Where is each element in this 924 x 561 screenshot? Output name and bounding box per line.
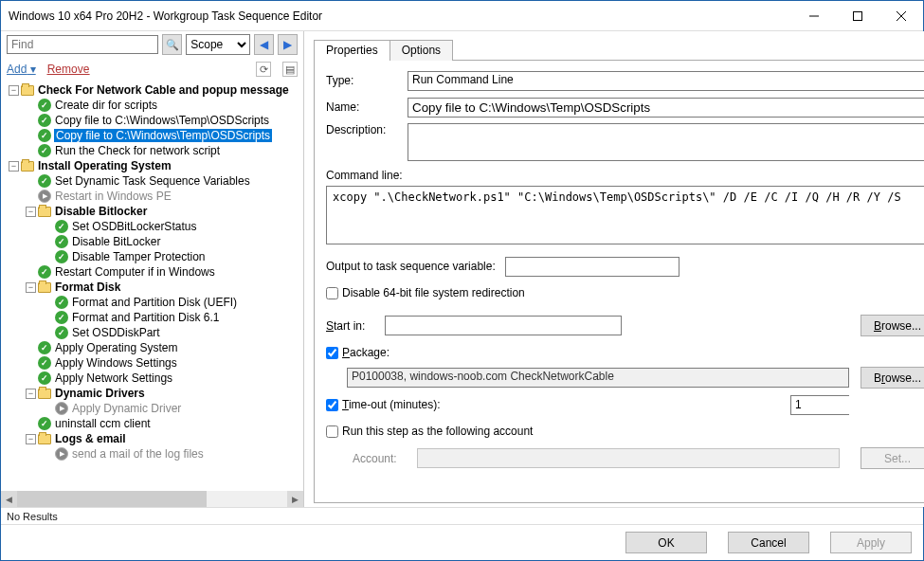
step-icon: [55, 447, 68, 461]
check-icon: [38, 417, 51, 430]
tree-node[interactable]: Apply Operating System: [1, 340, 303, 355]
remove-link[interactable]: Remove: [47, 63, 90, 76]
folder-icon: [38, 207, 51, 217]
tree-node[interactable]: Disable BitLocker: [1, 234, 303, 249]
scope-select[interactable]: Scope: [186, 34, 249, 55]
tree-node[interactable]: −Check For Network Cable and popup messa…: [1, 82, 303, 98]
ok-button[interactable]: OK: [625, 532, 707, 553]
timeout-value[interactable]: [791, 396, 924, 414]
next-button[interactable]: ▶: [278, 34, 298, 55]
arrow-right-icon: ▶: [283, 38, 292, 51]
tree-node[interactable]: Apply Windows Settings: [1, 355, 303, 371]
properties-panel: Type: Run Command Line Name: Description…: [314, 60, 924, 503]
tree-node[interactable]: uninstall ccm client: [1, 416, 303, 431]
add-link[interactable]: Add ▾: [7, 63, 36, 76]
expander-icon[interactable]: −: [26, 282, 36, 293]
tree-node[interactable]: Disable Tamper Protection: [1, 249, 303, 264]
name-label: Name:: [326, 100, 408, 114]
outputvar-field[interactable]: [505, 257, 679, 277]
tree-node[interactable]: Copy file to C:\Windows\Temp\OSDScripts: [1, 113, 303, 128]
startin-field[interactable]: [385, 316, 622, 335]
tree-node[interactable]: −Logs & email: [1, 431, 303, 446]
tool-icon-2[interactable]: ▤: [282, 62, 298, 77]
tree-node[interactable]: Format and Partition Disk (UEFI): [1, 295, 303, 310]
expander-icon: [26, 176, 36, 187]
tree-node-label: Install Operating System: [37, 159, 172, 172]
titlebar-buttons: [792, 1, 923, 30]
tree-node-label: Disable BitLocker: [71, 235, 161, 248]
step-icon: [38, 190, 51, 203]
tool-icon-1[interactable]: ⟳: [256, 62, 271, 77]
check-icon: [38, 174, 51, 188]
tree-node[interactable]: Restart Computer if in Windows: [1, 264, 303, 280]
tree-node-label: Apply Windows Settings: [54, 356, 178, 370]
tree-node[interactable]: Set OSDBitLockerStatus: [1, 219, 303, 234]
horizontal-scrollbar[interactable]: ◀ ▶: [1, 491, 303, 507]
timeout-checkbox[interactable]: [326, 399, 338, 411]
tree-node[interactable]: Set Dynamic Task Sequence Variables: [1, 173, 303, 189]
browse-package-button[interactable]: Browse...: [861, 367, 924, 389]
check-icon: [38, 144, 51, 157]
task-tree[interactable]: −Check For Network Cable and popup messa…: [1, 81, 303, 491]
package-checkbox[interactable]: [326, 347, 338, 359]
tree-node-label: Dynamic Drivers: [54, 387, 146, 400]
scroll-left-button[interactable]: ◀: [1, 491, 17, 507]
search-icon: 🔍: [166, 39, 179, 51]
maximize-button[interactable]: [836, 1, 879, 30]
tree-node[interactable]: −Install Operating System: [1, 158, 303, 173]
close-button[interactable]: [879, 1, 923, 30]
find-input[interactable]: [7, 35, 158, 54]
tree-node[interactable]: send a mail of the log files: [1, 446, 303, 461]
cancel-button[interactable]: Cancel: [728, 532, 809, 553]
scroll-thumb[interactable]: [17, 491, 207, 507]
tree-node[interactable]: Copy file to C:\Windows\Temp\OSDScripts: [1, 128, 303, 143]
name-field[interactable]: [408, 98, 924, 118]
expander-icon: [26, 267, 36, 278]
browse-startin-button[interactable]: Browse...: [861, 315, 924, 336]
disable64-checkbox[interactable]: [326, 287, 338, 299]
tree-node-label: Set OSDBitLockerStatus: [71, 220, 197, 233]
type-label: Type:: [326, 74, 408, 87]
search-button[interactable]: 🔍: [162, 34, 182, 55]
timeout-spinner[interactable]: ▲▼: [790, 395, 849, 415]
svg-rect-1: [854, 11, 862, 20]
expander-icon[interactable]: −: [9, 85, 19, 96]
account-label: Account:: [353, 452, 408, 465]
runas-checkbox[interactable]: [326, 425, 338, 438]
tree-node-label: Disable Bitlocker: [54, 205, 148, 218]
description-field[interactable]: ▴▾: [408, 123, 924, 161]
scroll-right-button[interactable]: ▶: [287, 491, 303, 507]
folder-icon: [38, 389, 51, 399]
tree-node[interactable]: −Disable Bitlocker: [1, 204, 303, 219]
commandline-field[interactable]: xcopy ".\CheckNetwork.ps1" "C:\Windows\T…: [326, 186, 924, 244]
tab-options[interactable]: Options: [390, 40, 453, 61]
tree-node[interactable]: Set OSDDiskPart: [1, 325, 303, 340]
minimize-button[interactable]: [792, 1, 836, 30]
tree-node[interactable]: −Dynamic Drivers: [1, 386, 303, 401]
set-account-button: Set...: [861, 447, 924, 469]
expander-icon: [26, 146, 36, 156]
tree-node[interactable]: Apply Network Settings: [1, 371, 303, 386]
expander-icon[interactable]: −: [26, 389, 36, 399]
tree-node-label: Set OSDDiskPart: [71, 326, 161, 339]
tree-node[interactable]: Restart in Windows PE: [1, 189, 303, 204]
tree-node[interactable]: Create dir for scripts: [1, 98, 303, 113]
tree-node-label: Restart in Windows PE: [54, 190, 172, 203]
description-label: Description:: [326, 123, 408, 136]
status-bar: No Results: [1, 507, 923, 524]
dialog-footer: OK Cancel Apply: [1, 524, 923, 560]
step-icon: [55, 402, 68, 415]
tree-node-label: Format and Partition Disk (UEFI): [71, 296, 238, 309]
tree-node[interactable]: −Format Disk: [1, 280, 303, 295]
expander-icon[interactable]: −: [26, 434, 36, 444]
tree-node[interactable]: Format and Partition Disk 6.1: [1, 310, 303, 325]
tree-node[interactable]: Run the Check for network script: [1, 143, 303, 158]
tree-node-label: uninstall ccm client: [54, 417, 152, 430]
tree-node[interactable]: Apply Dynamic Driver: [1, 401, 303, 416]
find-toolbar: 🔍 Scope ◀ ▶: [1, 31, 303, 58]
expander-icon[interactable]: −: [26, 207, 36, 217]
expander-icon[interactable]: −: [9, 161, 19, 172]
prev-button[interactable]: ◀: [254, 34, 274, 55]
app-window: Windows 10 x64 Pro 20H2 - Workgroup Task…: [0, 0, 924, 561]
tab-properties[interactable]: Properties: [314, 40, 390, 61]
